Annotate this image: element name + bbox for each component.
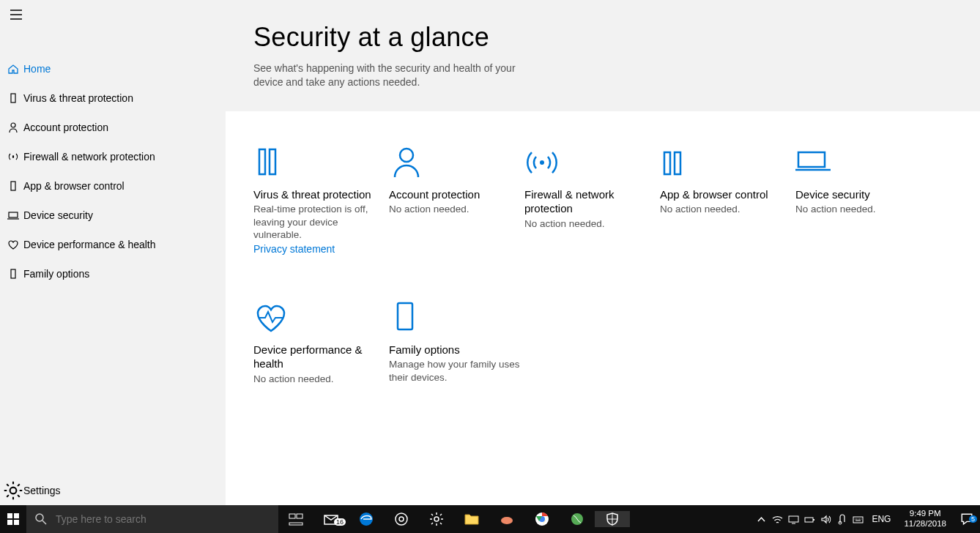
svg-point-6 — [10, 488, 17, 494]
wifi-icon — [772, 514, 783, 525]
taskbar-defender[interactable] — [595, 511, 630, 527]
shield-icon — [3, 92, 23, 104]
sidebar-item-home[interactable]: Home — [0, 54, 226, 83]
card-title: Device security — [795, 187, 931, 202]
privacy-statement-link[interactable]: Privacy statement — [253, 243, 389, 255]
card-device-security[interactable]: Device security No action needed. — [795, 141, 931, 255]
shield-icon — [253, 141, 389, 180]
chevron-up-icon — [756, 514, 767, 525]
search-box[interactable] — [26, 505, 278, 533]
card-virus-threat[interactable]: Virus & threat protection Real-time prot… — [253, 141, 389, 255]
globe-icon — [569, 511, 585, 527]
card-device-performance[interactable]: Device performance & health No action ne… — [253, 296, 389, 386]
battery-icon — [804, 514, 815, 525]
card-app-browser[interactable]: App & browser control No action needed. — [660, 141, 795, 255]
svg-point-1 — [11, 123, 15, 127]
card-desc: No action needed. — [660, 203, 795, 216]
sidebar-item-account-protection[interactable]: Account protection — [0, 113, 226, 142]
sidebar: Home Virus & threat protection Account p… — [0, 0, 226, 505]
sidebar-item-app-browser[interactable]: App & browser control — [0, 171, 226, 201]
svg-rect-12 — [675, 152, 680, 174]
sidebar-item-label: Home — [23, 63, 51, 75]
svg-rect-18 — [14, 520, 19, 525]
sidebar-item-label: Device performance & health — [23, 239, 156, 250]
svg-rect-11 — [664, 152, 670, 174]
main-content: Security at a glance See what's happenin… — [226, 0, 980, 505]
tray-chevron[interactable] — [753, 514, 769, 525]
tray-wifi[interactable] — [769, 514, 785, 525]
svg-rect-32 — [805, 518, 813, 522]
keyboard-icon — [853, 514, 864, 525]
search-input[interactable] — [56, 513, 270, 525]
sidebar-item-label: Account protection — [23, 122, 108, 133]
clock-date: 11/28/2018 — [904, 519, 946, 529]
antenna-icon — [524, 141, 660, 180]
sidebar-item-label: App & browser control — [23, 180, 125, 192]
antenna-icon — [3, 151, 23, 163]
app-icon — [3, 180, 23, 192]
svg-rect-20 — [289, 514, 295, 518]
sidebar-item-label: Firewall & network protection — [23, 151, 155, 163]
svg-point-2 — [12, 156, 14, 157]
svg-point-26 — [434, 517, 439, 521]
cards-grid: Virus & threat protection Real-time prot… — [253, 141, 957, 427]
card-title: Firewall & network protection — [524, 187, 660, 216]
sidebar-item-firewall[interactable]: Firewall & network protection — [0, 142, 226, 171]
svg-point-9 — [400, 149, 413, 162]
tray-volume[interactable] — [817, 514, 834, 525]
card-desc: No action needed. — [524, 217, 660, 231]
svg-point-10 — [540, 160, 544, 165]
card-family-options[interactable]: Family options Manage how your family us… — [389, 296, 524, 386]
card-account-protection[interactable]: Account protection No action needed. — [389, 141, 524, 255]
tray-monitor[interactable] — [785, 514, 801, 525]
tray-keyboard[interactable] — [850, 514, 866, 525]
tray-clock[interactable]: 9:49 PM 11/28/2018 — [897, 509, 954, 529]
task-view-button[interactable] — [278, 511, 313, 527]
sidebar-item-device-performance[interactable]: Device performance & health — [0, 230, 226, 259]
svg-rect-8 — [270, 149, 275, 174]
volume-icon — [820, 514, 831, 525]
svg-rect-22 — [289, 523, 302, 525]
taskbar-chrome[interactable] — [524, 511, 560, 527]
action-center-button[interactable]: 5 — [954, 512, 980, 526]
taskbar-file-explorer[interactable] — [454, 511, 489, 527]
taskbar-edge[interactable] — [349, 511, 384, 527]
taskbar-mail[interactable]: 16 — [313, 511, 349, 527]
monitor-icon — [788, 514, 799, 525]
tray-battery[interactable] — [801, 514, 817, 525]
card-title: Family options — [389, 343, 524, 357]
home-icon — [3, 63, 23, 75]
defender-icon — [604, 511, 620, 527]
hamburger-button[interactable] — [0, 0, 226, 32]
family-icon — [389, 296, 524, 335]
sidebar-item-label: Virus & threat protection — [23, 92, 133, 104]
tray-language[interactable]: ENG — [866, 514, 897, 524]
svg-rect-15 — [7, 513, 12, 518]
taskbar-app-2[interactable] — [489, 511, 524, 527]
app-icon — [660, 141, 795, 180]
svg-rect-31 — [789, 516, 798, 522]
mail-badge: 16 — [334, 518, 346, 526]
sidebar-item-family-options[interactable]: Family options — [0, 259, 226, 288]
svg-rect-17 — [7, 520, 12, 525]
sidebar-item-virus-threat[interactable]: Virus & threat protection — [0, 83, 226, 113]
card-desc: No action needed. — [389, 203, 524, 216]
taskbar-app-3[interactable] — [560, 511, 595, 527]
start-button[interactable] — [0, 505, 26, 533]
page-title: Security at a glance — [253, 22, 980, 53]
svg-rect-33 — [813, 519, 814, 521]
card-title: Virus & threat protection — [253, 187, 389, 202]
tray-app[interactable] — [834, 514, 850, 525]
card-title: App & browser control — [660, 187, 795, 202]
taskbar-app-1[interactable] — [384, 511, 419, 527]
svg-point-24 — [396, 513, 407, 525]
heart-icon — [253, 296, 389, 335]
sidebar-item-settings[interactable]: Settings — [0, 476, 226, 505]
card-firewall[interactable]: Firewall & network protection No action … — [524, 141, 660, 255]
svg-rect-4 — [9, 212, 18, 217]
svg-point-25 — [399, 517, 404, 521]
clock-time: 9:49 PM — [904, 509, 946, 519]
sidebar-item-device-security[interactable]: Device security — [0, 201, 226, 230]
taskbar-settings[interactable] — [419, 511, 454, 527]
task-view-icon — [288, 511, 304, 527]
